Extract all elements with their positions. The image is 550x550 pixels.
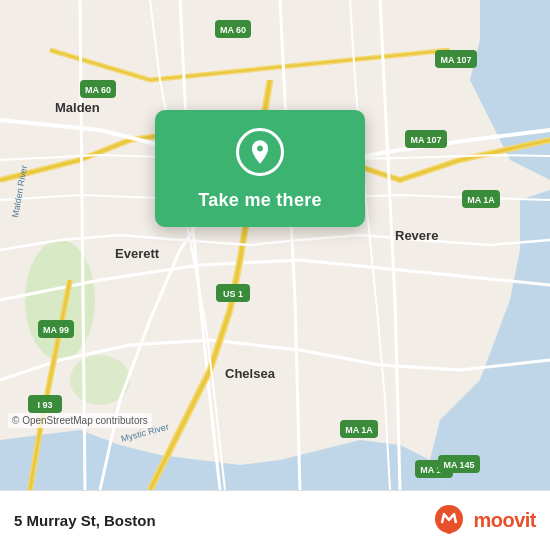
take-me-there-button[interactable]: Take me there — [198, 190, 322, 211]
svg-text:MA 1A: MA 1A — [467, 195, 495, 205]
svg-text:MA 107: MA 107 — [410, 135, 441, 145]
location-pin-icon — [246, 138, 274, 166]
moovit-logo: moovit — [431, 503, 536, 539]
bottom-bar: 5 Murray St, Boston moovit — [0, 490, 550, 550]
svg-text:MA 145: MA 145 — [443, 460, 474, 470]
map-container: MA 60 MA 60 MA 107 MA 107 MA 1A MA 1A MA… — [0, 0, 550, 490]
address-section: 5 Murray St, Boston — [14, 512, 156, 529]
take-me-there-card[interactable]: Take me there — [155, 110, 365, 227]
moovit-icon — [431, 503, 467, 539]
address-text: 5 Murray St, Boston — [14, 512, 156, 529]
svg-text:MA 107: MA 107 — [440, 55, 471, 65]
svg-text:MA 60: MA 60 — [220, 25, 246, 35]
svg-text:MA 60: MA 60 — [85, 85, 111, 95]
svg-text:MA 99: MA 99 — [43, 325, 69, 335]
location-icon-wrapper — [236, 128, 284, 176]
svg-text:US 1: US 1 — [223, 289, 243, 299]
svg-text:MA 1A: MA 1A — [345, 425, 373, 435]
svg-text:Revere: Revere — [395, 228, 438, 243]
svg-text:Malden: Malden — [55, 100, 100, 115]
svg-text:I 93: I 93 — [37, 400, 52, 410]
svg-text:Everett: Everett — [115, 246, 160, 261]
moovit-brand-text: moovit — [473, 509, 536, 532]
svg-text:Chelsea: Chelsea — [225, 366, 276, 381]
copyright-notice: © OpenStreetMap contributors — [8, 413, 152, 428]
